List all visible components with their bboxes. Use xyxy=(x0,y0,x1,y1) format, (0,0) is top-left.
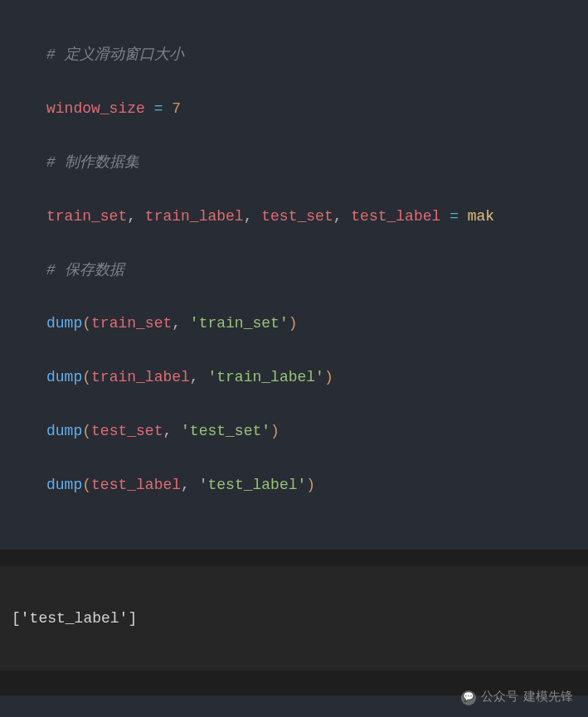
function-call: mak xyxy=(468,208,494,225)
operator-eq: = xyxy=(440,208,467,225)
variable: train_set xyxy=(46,208,127,225)
output-text: ['test_label'] xyxy=(12,605,576,632)
paren: ) xyxy=(306,477,315,493)
comma: , xyxy=(190,369,208,385)
output-block-1: ['test_label'] xyxy=(0,566,588,670)
comment: # 制作数据集 xyxy=(46,154,139,171)
string: 'train_label' xyxy=(207,369,323,385)
comma: , xyxy=(333,208,352,225)
comment: # 保存数据 xyxy=(46,262,124,279)
paren: ( xyxy=(82,477,91,493)
variable: window_size xyxy=(46,100,145,117)
wechat-icon: 💬 xyxy=(461,690,476,705)
function-dump: dump xyxy=(46,477,82,493)
argument: test_set xyxy=(91,423,163,439)
argument: test_label xyxy=(91,477,181,493)
comma: , xyxy=(127,208,145,225)
comma: , xyxy=(181,477,199,493)
variable: test_set xyxy=(261,208,333,225)
comma: , xyxy=(163,423,181,439)
function-dump: dump xyxy=(46,315,82,332)
variable: train_label xyxy=(145,208,244,225)
string: 'train_set' xyxy=(190,315,289,332)
watermark-name: 建模先锋 xyxy=(523,686,573,709)
comma: , xyxy=(244,208,262,225)
paren: ( xyxy=(82,423,91,439)
paren: ( xyxy=(82,369,91,385)
paren: ) xyxy=(270,423,279,439)
comment: # 定义滑动窗口大小 xyxy=(46,46,184,63)
argument: train_set xyxy=(91,315,172,332)
watermark: 💬 公众号 建模先锋 xyxy=(461,686,573,709)
operator-eq: = xyxy=(145,100,172,117)
paren: ) xyxy=(289,315,298,332)
paren: ( xyxy=(82,315,91,332)
paren: ) xyxy=(324,369,333,385)
function-dump: dump xyxy=(46,423,82,439)
argument: train_label xyxy=(91,369,190,385)
variable: test_label xyxy=(351,208,440,225)
string: 'test_set' xyxy=(181,423,270,439)
gap xyxy=(0,550,588,566)
string: 'test_label' xyxy=(199,477,307,493)
function-dump: dump xyxy=(46,369,82,385)
code-block-1: # 定义滑动窗口大小 window_size = 7 # 制作数据集 train… xyxy=(0,0,588,550)
watermark-label: 公众号 xyxy=(481,686,518,709)
comma: , xyxy=(172,315,190,332)
number: 7 xyxy=(172,100,181,117)
